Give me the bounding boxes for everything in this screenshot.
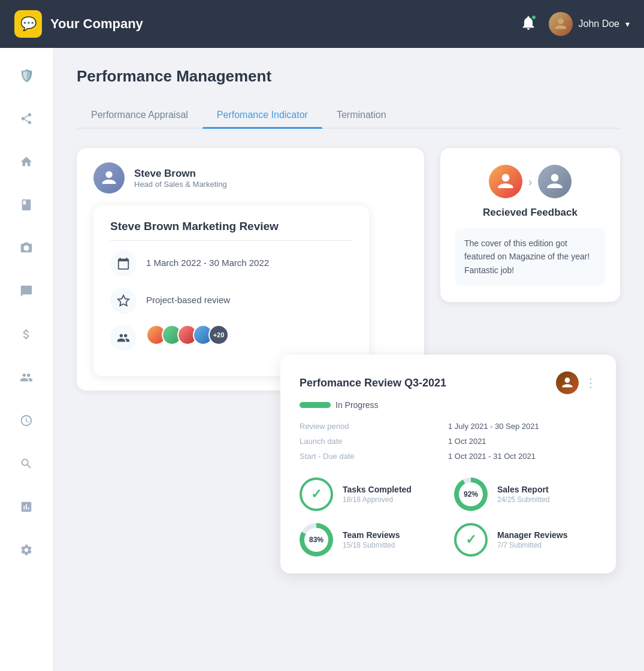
sidebar-item-shield[interactable]: 🛡️ — [13, 62, 40, 89]
tab-performance-indicator[interactable]: Perfomance Indicator — [202, 102, 322, 128]
sales-pct-value: 92% — [464, 490, 478, 498]
pr-title: Perfomance Review Q3-2021 — [300, 377, 446, 389]
team-avatar-count: +20 — [208, 325, 229, 345]
manager-complete-icon: ✓ — [454, 523, 488, 557]
feedback-avatars: › — [455, 165, 606, 198]
sales-sub: 24/25 Submitted — [497, 495, 549, 504]
feedback-card: › Recieved Feedback The cover of this ed… — [440, 148, 620, 302]
header: 💬 Your Company John Doe ▾ — [0, 0, 644, 48]
company-name: Your Company — [50, 16, 143, 32]
manager-sub: 7/7 Submitted — [497, 541, 568, 549]
metric-sales-report: 92% Sales Report 24/25 Submitted — [454, 477, 597, 511]
user-profile[interactable]: John Doe ▾ — [549, 12, 630, 36]
tabs: Performance Appraisal Perfomance Indicat… — [77, 102, 620, 129]
content-wrapper: Steve Brown Head of Sales & Marketing St… — [77, 148, 620, 615]
metric-tasks-completed: ✓ Tasks Completed 18/18 Approved — [300, 477, 442, 511]
sidebar-item-home[interactable] — [13, 149, 40, 175]
launch-date-label: Launch date — [300, 437, 448, 446]
main-content: Performance Management Performance Appra… — [53, 48, 644, 671]
employee-role: Head of Sales & Marketing — [134, 180, 227, 189]
review-date-range: 1 March 2022 - 30 March 2022 — [146, 250, 269, 270]
review-meta: Review period 1 July 2021 - 30 Sep 2021 … — [300, 422, 597, 461]
svg-point-1 — [105, 171, 112, 178]
employee-info: Steve Brown Head of Sales & Marketing — [134, 168, 227, 189]
pr-header-right: ⋮ — [556, 371, 597, 394]
sidebar-item-camera[interactable] — [13, 235, 40, 261]
user-avatar — [549, 12, 573, 36]
notification-dot — [531, 14, 537, 20]
manager-name: Manager Reviews — [497, 530, 568, 540]
team-avatars: +20 — [146, 325, 229, 345]
review-type: Project-based review — [146, 288, 230, 307]
launch-date-value: 1 Oct 2021 — [448, 437, 597, 446]
sales-name: Sales Report — [497, 485, 549, 494]
tasks-sub: 18/18 Approved — [343, 495, 412, 504]
sidebar-item-dollar[interactable] — [13, 321, 40, 347]
sidebar-item-gauge[interactable] — [13, 407, 40, 434]
feedback-sender-avatar — [489, 165, 522, 198]
status-text: In Progress — [335, 400, 379, 410]
employee-avatar — [93, 162, 125, 194]
feedback-arrow-icon: › — [528, 175, 533, 189]
more-options-icon[interactable]: ⋮ — [585, 376, 597, 390]
team-icon — [110, 325, 137, 351]
notification-bell[interactable] — [520, 14, 537, 34]
calendar-icon — [110, 250, 137, 277]
svg-point-0 — [558, 19, 563, 24]
review-period-value: 1 July 2021 - 30 Sep 2021 — [448, 422, 597, 431]
tasks-complete-icon: ✓ — [300, 477, 333, 511]
review-title: Steve Brown Marketing Review — [110, 220, 352, 241]
layout: 🛡️ — [0, 48, 644, 671]
tab-performance-appraisal[interactable]: Performance Appraisal — [77, 102, 202, 128]
team-circle: 83% — [300, 523, 333, 557]
svg-point-5 — [565, 377, 570, 383]
sales-circle: 92% — [454, 477, 488, 511]
sales-info: Sales Report 24/25 Submitted — [497, 485, 549, 504]
start-due-value: 1 Oct 2021 - 31 Oct 2021 — [448, 452, 597, 461]
review-type-detail: Project-based review — [110, 288, 352, 314]
chevron-down-icon: ▾ — [625, 19, 630, 29]
tasks-name: Tasks Completed — [343, 485, 412, 494]
feedback-receiver-avatar — [538, 165, 572, 198]
team-pct-value: 83% — [309, 536, 323, 544]
sidebar-item-chat[interactable] — [13, 278, 40, 304]
sidebar-item-book[interactable] — [13, 192, 40, 218]
review-card: Steve Brown Marketing Review 1 March 202… — [93, 205, 369, 376]
employee-header: Steve Brown Head of Sales & Marketing — [93, 162, 407, 194]
user-name: John Doe — [579, 19, 620, 29]
team-sub: 15/18 Submitted — [343, 541, 400, 549]
page-title: Performance Management — [77, 67, 620, 86]
logo-icon: 💬 — [14, 10, 42, 38]
feedback-message: The cover of this edition got featured o… — [455, 228, 606, 285]
svg-marker-2 — [118, 295, 129, 306]
pr-user-avatar — [556, 371, 579, 394]
tab-termination[interactable]: Termination — [322, 102, 401, 128]
svg-point-3 — [501, 174, 509, 182]
svg-point-4 — [551, 174, 559, 182]
sidebar-item-report[interactable] — [13, 494, 40, 520]
perf-review-card: Perfomance Review Q3-2021 ⋮ In Progress — [280, 355, 616, 573]
sidebar-item-settings[interactable] — [13, 537, 40, 563]
metrics-grid: ✓ Tasks Completed 18/18 Approved — [300, 477, 597, 557]
sidebar-item-search-person[interactable] — [13, 451, 40, 477]
sidebar-item-people[interactable] — [13, 364, 40, 391]
review-team-detail: +20 — [110, 325, 352, 351]
metric-manager-reviews: ✓ Manager Reviews 7/7 Submitted — [454, 523, 597, 557]
star-icon — [110, 288, 137, 314]
status-progress-bar — [300, 402, 331, 408]
tasks-info: Tasks Completed 18/18 Approved — [343, 485, 412, 504]
start-due-label: Start - Due date — [300, 452, 448, 461]
feedback-title: Recieved Feedback — [455, 207, 606, 219]
status-badge: In Progress — [300, 400, 597, 410]
review-date-detail: 1 March 2022 - 30 March 2022 — [110, 250, 352, 277]
header-right: John Doe ▾ — [520, 12, 630, 36]
team-info: Team Reviews 15/18 Submitted — [343, 530, 400, 549]
logo-area: 💬 Your Company — [14, 10, 143, 38]
team-name: Team Reviews — [343, 530, 400, 540]
pr-header: Perfomance Review Q3-2021 ⋮ — [300, 371, 597, 394]
sidebar: 🛡️ — [0, 48, 53, 671]
manager-info: Manager Reviews 7/7 Submitted — [497, 530, 568, 549]
employee-name: Steve Brown — [134, 168, 227, 180]
sidebar-item-share[interactable] — [13, 105, 40, 132]
metric-team-reviews: 83% Team Reviews 15/18 Submitted — [300, 523, 442, 557]
